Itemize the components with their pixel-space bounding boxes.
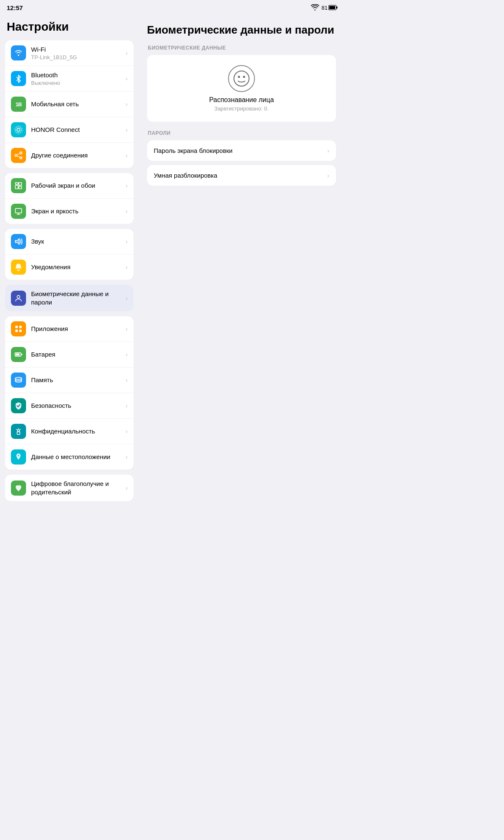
apps-chevron: › xyxy=(126,326,128,332)
bluetooth-value: Выключено xyxy=(31,80,124,86)
honor-chevron: › xyxy=(126,126,128,133)
svg-rect-22 xyxy=(16,326,18,328)
privacy-content: Конфиденциальность xyxy=(31,427,124,436)
main-layout: Настройки Wi-Fi TP-Link_1B1D_5G › xyxy=(0,15,344,840)
group-sound: Звук › Уведомления › xyxy=(5,229,134,280)
wellbeing-label: Цифровое благополучие и родительский xyxy=(31,480,124,496)
sidebar-item-wellbeing[interactable]: Цифровое благополучие и родительский › xyxy=(5,475,134,501)
sidebar-item-notifications[interactable]: Уведомления › xyxy=(5,255,134,280)
sidebar-item-wifi[interactable]: Wi-Fi TP-Link_1B1D_5G › xyxy=(5,40,134,66)
sidebar-item-storage[interactable]: Память › xyxy=(5,368,134,393)
sidebar-title: Настройки xyxy=(5,20,134,34)
wifi-label: Wi-Fi xyxy=(31,45,124,54)
panel-title: Биометрические данные и пароли xyxy=(147,24,336,37)
lockscreen-password-item[interactable]: Пароль экрана блокировки › xyxy=(147,140,336,161)
sidebar-item-apps[interactable]: Приложения › xyxy=(5,316,134,342)
smart-unlock-chevron: › xyxy=(327,172,329,179)
svg-point-5 xyxy=(17,128,20,131)
sidebar-item-security[interactable]: Безопасность › xyxy=(5,393,134,419)
sidebar-item-homescreen[interactable]: Рабочий экран и обои › xyxy=(5,173,134,199)
status-icons: 81 xyxy=(311,4,338,11)
battery-percent: 81 xyxy=(322,5,328,11)
other-label: Другие соединения xyxy=(31,151,124,160)
storage-chevron: › xyxy=(126,377,128,383)
storage-content: Память xyxy=(31,376,124,384)
group-display: Рабочий экран и обои › Экран и яркость › xyxy=(5,173,134,224)
security-chevron: › xyxy=(126,402,128,409)
biometric-chevron: › xyxy=(126,295,128,302)
sidebar-item-honor[interactable]: HONOR Connect › xyxy=(5,117,134,143)
status-time: 12:57 xyxy=(7,4,23,11)
apps-content: Приложения xyxy=(31,325,124,333)
security-icon xyxy=(11,398,26,413)
security-content: Безопасность xyxy=(31,402,124,410)
privacy-chevron: › xyxy=(126,428,128,435)
svg-marker-20 xyxy=(16,239,19,244)
biometric-icon xyxy=(11,291,26,306)
display-label: Экран и яркость xyxy=(31,207,124,215)
storage-label: Память xyxy=(31,376,124,384)
location-icon xyxy=(11,449,26,465)
sidebar-item-bluetooth[interactable]: Bluetooth Выключено › xyxy=(5,66,134,92)
sound-chevron: › xyxy=(126,238,128,245)
svg-point-32 xyxy=(18,455,19,456)
sidebar-item-location[interactable]: Данные о местоположении › xyxy=(5,444,134,470)
mobile-label: Мобильная сеть xyxy=(31,100,124,108)
notifications-icon xyxy=(11,260,26,275)
wellbeing-chevron: › xyxy=(126,485,128,491)
svg-line-12 xyxy=(17,156,20,157)
lockscreen-password-label: Пароль экрана блокировки xyxy=(154,147,233,154)
lockscreen-chevron: › xyxy=(327,147,329,154)
notifications-content: Уведомления xyxy=(31,263,124,271)
other-content: Другие соединения xyxy=(31,151,124,160)
svg-point-21 xyxy=(17,295,20,298)
smart-unlock-item[interactable]: Умная разблокировка › xyxy=(147,165,336,186)
biometric-name: Распознавание лица xyxy=(209,96,274,104)
svg-rect-25 xyxy=(19,330,22,332)
bluetooth-chevron: › xyxy=(126,75,128,82)
svg-rect-16 xyxy=(16,183,18,184)
svg-point-10 xyxy=(20,157,22,159)
biometric-section-label: БИОМЕТРИЧЕСКИЕ ДАННЫЕ xyxy=(147,45,336,51)
sidebar-item-battery[interactable]: Батарея › xyxy=(5,342,134,368)
battery-chevron: › xyxy=(126,351,128,358)
biometric-card[interactable]: Распознавание лица Зарегистрировано: 0. xyxy=(147,55,336,122)
battery-label: Батарея xyxy=(31,350,124,359)
honor-icon xyxy=(11,122,26,137)
sidebar-item-sound[interactable]: Звук › xyxy=(5,229,134,255)
svg-point-33 xyxy=(234,71,249,86)
sidebar-item-other[interactable]: Другие соединения › xyxy=(5,143,134,168)
svg-rect-27 xyxy=(16,354,19,356)
other-chevron: › xyxy=(126,152,128,159)
biometric-label: Биометрические данные и пароли xyxy=(31,290,124,306)
apps-label: Приложения xyxy=(31,325,124,333)
notifications-label: Уведомления xyxy=(31,263,124,271)
sidebar-item-privacy[interactable]: Конфиденциальность › xyxy=(5,419,134,444)
location-label: Данные о местоположении xyxy=(31,453,124,461)
sidebar-item-biometric[interactable]: Биометрические данные и пароли › xyxy=(5,285,134,311)
display-chevron: › xyxy=(126,208,128,215)
mobile-icon: 1B xyxy=(11,97,26,112)
display-content: Экран и яркость xyxy=(31,207,124,215)
biometric-sub: Зарегистрировано: 0. xyxy=(214,105,268,112)
battery-icon: 81 xyxy=(322,5,338,11)
wellbeing-content: Цифровое благополучие и родительский xyxy=(31,480,124,496)
privacy-icon xyxy=(11,424,26,439)
honor-label: HONOR Connect xyxy=(31,126,124,134)
sidebar: Настройки Wi-Fi TP-Link_1B1D_5G › xyxy=(0,15,139,840)
location-chevron: › xyxy=(126,454,128,460)
group-system: Приложения › Батарея › xyxy=(5,316,134,470)
svg-rect-15 xyxy=(19,186,22,189)
battery-setting-icon xyxy=(11,347,26,362)
svg-rect-31 xyxy=(17,432,20,435)
status-bar: 12:57 81 xyxy=(0,0,344,15)
sidebar-item-mobile[interactable]: 1B Мобильная сеть › xyxy=(5,92,134,117)
wifi-content: Wi-Fi TP-Link_1B1D_5G xyxy=(31,45,124,60)
svg-point-34 xyxy=(238,76,240,78)
mobile-content: Мобильная сеть xyxy=(31,100,124,108)
bluetooth-icon xyxy=(11,71,26,86)
sidebar-item-display[interactable]: Экран и яркость › xyxy=(5,199,134,224)
svg-rect-14 xyxy=(19,183,22,186)
svg-point-8 xyxy=(15,155,17,157)
svg-rect-28 xyxy=(21,354,23,355)
